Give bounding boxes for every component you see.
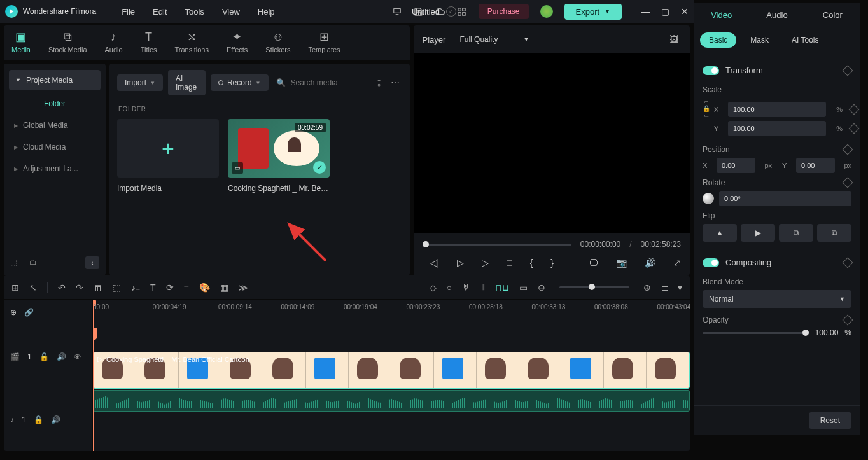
prev-frame-button[interactable]: ◁| <box>430 258 440 268</box>
rotate-dial[interactable] <box>703 193 714 204</box>
compositing-keyframe[interactable] <box>843 257 853 268</box>
transform-section[interactable]: Transform <box>703 60 851 80</box>
tl-delete-icon[interactable]: 🗑 <box>94 282 102 293</box>
search-media[interactable]: 🔍 <box>274 74 370 91</box>
filter-icon[interactable]: ⫱ <box>375 75 383 91</box>
compositing-section[interactable]: Compositing <box>703 253 851 272</box>
flip-h-button[interactable]: ▲ <box>703 224 737 242</box>
media-clip-card[interactable]: 00:02:59 ▭ ✓ <box>228 119 330 178</box>
flip-v-button[interactable]: ▶ <box>741 224 775 242</box>
flip-copy-button[interactable]: ⧉ <box>779 224 813 242</box>
tab-video[interactable]: Video <box>694 3 749 27</box>
window-maximize[interactable]: ▢ <box>661 6 669 17</box>
snapshot-icon[interactable]: 📷 <box>616 258 627 268</box>
collapse-sidebar[interactable]: ‹ <box>85 256 99 269</box>
reset-button[interactable]: Reset <box>809 412 851 429</box>
tl-zoom-out-icon[interactable]: ⊖ <box>538 282 545 293</box>
tl-greenscreen-icon[interactable]: ▦ <box>220 282 228 293</box>
timeline-ruler[interactable]: 00:00 00:00:04:19 00:00:09:14 00:00:14:0… <box>93 300 690 325</box>
new-folder-icon[interactable]: 🗀 <box>29 258 39 268</box>
menu-help[interactable]: Help <box>258 7 275 17</box>
add-track-icon[interactable]: ⊕ <box>10 308 17 317</box>
sidebar-cloud-media[interactable]: ▶Cloud Media <box>9 136 101 158</box>
window-minimize[interactable]: ― <box>641 6 650 17</box>
menu-file[interactable]: File <box>122 7 135 17</box>
nav-transitions[interactable]: ⤭Transitions <box>175 31 209 57</box>
sidebar-adjustment-layer[interactable]: ▶Adjustment La... <box>9 158 101 179</box>
tl-view-icon[interactable]: ≣ <box>661 282 669 293</box>
tl-keyframe-icon[interactable]: ○ <box>447 282 452 293</box>
flip-paste-button[interactable]: ⧉ <box>817 224 851 242</box>
tl-more-icon[interactable]: ≫ <box>239 282 248 293</box>
pos-x-input[interactable] <box>717 158 755 173</box>
track-visibility-icon[interactable]: 👁 <box>74 352 81 361</box>
tl-text-icon[interactable]: T <box>150 282 156 293</box>
quality-select[interactable]: Full Quality▼ <box>458 32 530 46</box>
play-all-button[interactable]: ▷ <box>482 258 489 268</box>
tab-color[interactable]: Color <box>805 3 860 27</box>
stop-button[interactable]: □ <box>507 258 512 268</box>
search-input[interactable] <box>291 78 367 87</box>
record-dropdown[interactable]: Record▼ <box>211 74 269 91</box>
nav-effects[interactable]: ✦Effects <box>227 31 248 57</box>
import-dropdown[interactable]: Import▼ <box>117 74 163 91</box>
link-toggle-icon[interactable]: 🔗 <box>24 308 34 317</box>
tl-speedramp-icon[interactable]: ⟳ <box>166 282 174 293</box>
tl-crop-icon[interactable]: ⬚ <box>113 282 121 293</box>
play-button[interactable]: ▷ <box>457 258 464 268</box>
playhead[interactable] <box>93 300 94 451</box>
audio-track-header[interactable]: ♪1 🔓 🔊 <box>4 388 92 451</box>
mark-in-button[interactable]: { <box>530 258 533 268</box>
tl-redo-icon[interactable]: ↷ <box>76 282 83 293</box>
track-mute-icon[interactable]: 🔊 <box>57 352 66 361</box>
blend-mode-select[interactable]: Normal▼ <box>703 290 851 308</box>
snapshot-settings-icon[interactable]: 🖼 <box>667 32 681 47</box>
compositing-toggle[interactable] <box>703 258 719 267</box>
user-avatar[interactable] <box>540 5 553 18</box>
nav-templates[interactable]: ⊞Templates <box>308 31 340 57</box>
audio-mute-icon[interactable]: 🔊 <box>51 415 60 424</box>
mark-out-button[interactable]: } <box>550 258 554 268</box>
scale-x-keyframe[interactable] <box>849 104 860 115</box>
transform-keyframe-icon[interactable] <box>843 65 853 76</box>
player-viewport[interactable] <box>414 53 690 233</box>
screen-icon[interactable] <box>392 6 402 17</box>
tl-mixer-icon[interactable]: ⫴ <box>481 282 485 293</box>
timeline-audio[interactable] <box>93 390 690 412</box>
rotate-input[interactable] <box>719 191 851 206</box>
more-icon[interactable]: ⋯ <box>388 75 402 90</box>
scale-x-input[interactable] <box>728 102 826 117</box>
import-media-card[interactable]: + <box>117 119 219 178</box>
tl-color-icon[interactable]: 🎨 <box>199 282 210 293</box>
tl-select-icon[interactable]: ↖ <box>29 282 37 293</box>
tl-zoom-in-icon[interactable]: ⊕ <box>643 282 651 293</box>
subtab-mask[interactable]: Mask <box>741 32 778 48</box>
position-keyframe[interactable] <box>843 144 853 155</box>
track-lock-icon[interactable]: 🔓 <box>39 352 49 361</box>
purchase-button[interactable]: Purchase <box>479 4 529 19</box>
scrub-bar[interactable] <box>423 244 571 246</box>
nav-titles[interactable]: TTitles <box>141 31 157 57</box>
menu-view[interactable]: View <box>222 7 240 17</box>
tl-settings-icon[interactable]: ▾ <box>678 282 682 293</box>
folder-tab[interactable]: Folder <box>9 90 101 115</box>
tab-audio[interactable]: Audio <box>749 3 804 27</box>
fullscreen-icon[interactable]: ⤢ <box>673 258 681 268</box>
menu-tools[interactable]: Tools <box>185 7 204 17</box>
tl-adjust-icon[interactable]: ≡ <box>184 282 189 293</box>
sidebar-global-media[interactable]: ▶Global Media <box>9 115 101 136</box>
export-button[interactable]: Export▼ <box>564 4 622 20</box>
tl-magnet-icon[interactable]: ⊓⊔ <box>495 282 509 293</box>
scale-y-keyframe[interactable] <box>849 123 860 134</box>
tl-marker-icon[interactable]: ◇ <box>430 282 437 293</box>
rotate-keyframe[interactable] <box>843 178 853 188</box>
zoom-slider[interactable] <box>559 286 629 288</box>
subtab-ai-tools[interactable]: AI Tools <box>783 32 827 48</box>
nav-audio[interactable]: ♪Audio <box>105 31 123 57</box>
apps-icon[interactable] <box>457 6 467 17</box>
timeline-clip[interactable]: ▷Cooking Spaghetti _ Mr. Bean Official C… <box>93 352 690 389</box>
nav-stock-media[interactable]: ⧉Stock Media <box>48 31 87 57</box>
tl-undo-icon[interactable]: ↶ <box>58 282 66 293</box>
menu-edit[interactable]: Edit <box>153 7 167 17</box>
nav-stickers[interactable]: ☺Stickers <box>265 31 290 57</box>
